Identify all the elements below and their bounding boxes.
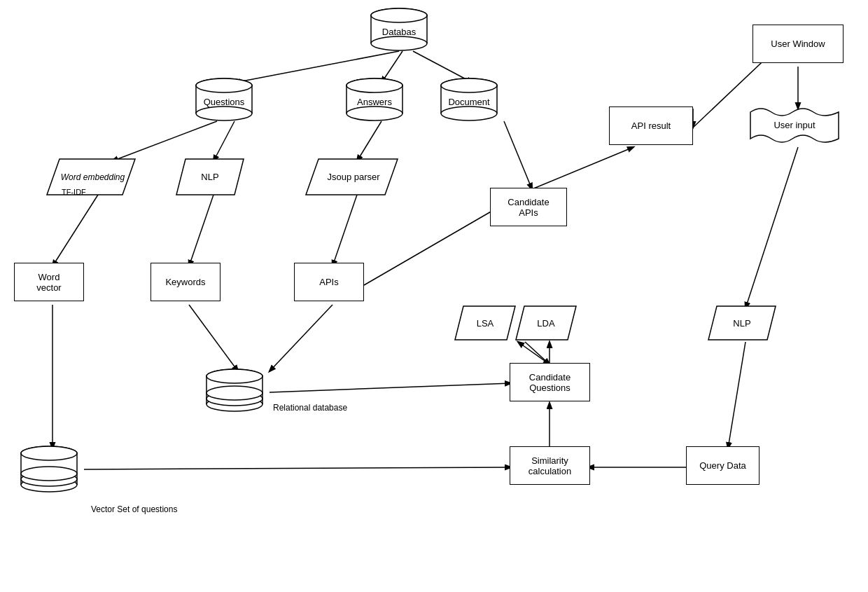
svg-point-37 <box>196 106 252 121</box>
svg-point-49 <box>441 106 497 121</box>
keywords-label: Keywords <box>165 277 205 287</box>
questions-node: Questions <box>192 77 255 123</box>
document-label: Document <box>448 97 489 107</box>
svg-point-38 <box>196 78 252 92</box>
candidate-questions-node: CandidateQuestions <box>510 363 590 401</box>
document-node: Document <box>438 77 500 123</box>
apis-label: APIs <box>319 277 338 287</box>
nlp-left-label: NLP <box>201 172 218 182</box>
svg-point-50 <box>441 78 497 92</box>
svg-line-8 <box>332 195 357 266</box>
svg-point-61 <box>206 369 262 383</box>
answers-label: Answers <box>357 97 392 107</box>
candidate-apis-node: CandidateAPIs <box>490 188 567 226</box>
nlp-right-node: NLP <box>707 305 777 341</box>
svg-point-43 <box>346 106 402 121</box>
svg-point-69 <box>21 446 77 460</box>
user-window-label: User Window <box>771 39 825 49</box>
svg-point-44 <box>346 78 402 92</box>
svg-point-60 <box>206 386 262 400</box>
svg-line-13 <box>84 467 511 469</box>
svg-line-17 <box>525 342 550 364</box>
svg-line-10 <box>270 305 332 371</box>
word-vector-node: Wordvector <box>14 263 84 301</box>
query-data-node: Query Data <box>686 446 760 485</box>
jsoup-node: Jsoup parser <box>304 158 399 196</box>
lsa-label: LSA <box>477 318 494 329</box>
word-embedding-label: Word embedding <box>61 172 125 182</box>
databas-label: Databas <box>382 27 416 37</box>
user-window-node: User Window <box>752 25 844 63</box>
answers-node: Answers <box>343 77 406 123</box>
user-input-label: User input <box>774 120 815 130</box>
databas-node: Databas <box>368 7 430 53</box>
svg-line-6 <box>52 195 98 266</box>
api-result-label: API result <box>631 121 671 131</box>
word-vector-label: Wordvector <box>36 272 61 293</box>
apis-node: APIs <box>294 263 364 301</box>
svg-line-22 <box>746 147 798 308</box>
vector-set-text: Vector Set of questions <box>91 504 177 514</box>
similarity-label: Similaritycalculation <box>528 455 571 476</box>
user-input-node: User input <box>749 104 840 146</box>
word-embedding-node: Word embedding <box>46 158 136 196</box>
nlp-left-node: NLP <box>175 158 245 196</box>
nlp-right-label: NLP <box>733 318 750 329</box>
svg-line-9 <box>189 305 238 371</box>
lda-label: LDA <box>537 318 554 329</box>
svg-line-21 <box>728 342 746 448</box>
svg-line-7 <box>189 195 214 266</box>
svg-point-32 <box>371 8 427 22</box>
diagram: Databas Questions Answers <box>0 0 868 592</box>
lsa-node: LSA <box>454 305 517 341</box>
svg-line-4 <box>214 121 234 161</box>
query-data-label: Query Data <box>699 460 746 471</box>
svg-line-5 <box>357 121 382 161</box>
svg-point-68 <box>21 467 77 481</box>
api-result-node: API result <box>609 106 693 145</box>
candidate-apis-label: CandidateAPIs <box>507 197 549 218</box>
svg-line-26 <box>364 208 497 285</box>
keywords-node: Keywords <box>150 263 220 301</box>
relational-db-text: Relational database <box>273 403 347 413</box>
svg-line-15 <box>504 121 532 189</box>
similarity-node: Similaritycalculation <box>510 446 590 485</box>
questions-label: Questions <box>204 97 245 107</box>
vector-set-db-node <box>18 445 80 494</box>
jsoup-label: Jsoup parser <box>327 172 379 182</box>
svg-point-31 <box>371 36 427 50</box>
svg-line-16 <box>532 147 634 189</box>
candidate-questions-label: CandidateQuestions <box>529 372 570 393</box>
relational-db-node <box>203 368 266 413</box>
svg-line-3 <box>112 121 217 161</box>
svg-line-11 <box>270 383 511 392</box>
svg-line-14 <box>518 342 550 364</box>
lda-node: LDA <box>514 305 578 341</box>
